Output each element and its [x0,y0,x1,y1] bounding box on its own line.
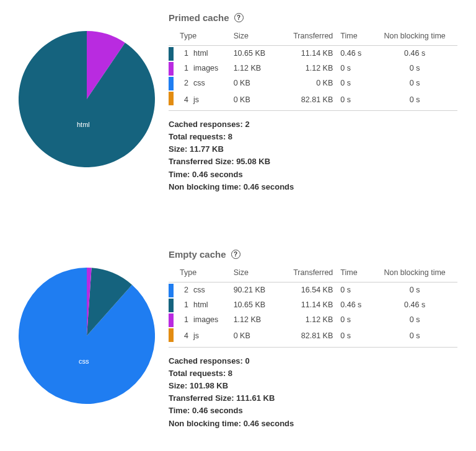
empty-table: Type Size Transferred Time Non blocking … [169,265,457,348]
cell-size: 0 KB [230,90,278,111]
cell-size: 10.65 KB [230,297,278,312]
empty-pie-chart: css [19,268,155,404]
col-size: Size [230,28,278,46]
table-row: 1images1.12 KB1.12 KB0 s0 s [169,312,457,327]
empty-tbody: 2css90.21 KB16.54 KB0 s0 s1html10.65 KB1… [169,282,457,347]
cell-size: 90.21 KB [230,282,278,297]
legend-swatch [169,284,174,297]
col-size: Size [230,265,278,282]
cell-type: html [190,46,230,61]
cell-nonblocking: 0 s [372,90,457,111]
cell-count: 1 [176,61,190,76]
cell-size: 0 KB [230,327,278,348]
cell-time: 0 s [337,327,372,348]
cell-count: 2 [176,282,190,297]
cell-transferred: 1.12 KB [278,312,337,327]
legend-swatch [169,47,174,61]
table-row: 4js0 KB82.81 KB0 s0 s [169,90,457,111]
cell-size: 1.12 KB [230,61,278,76]
cell-size: 1.12 KB [230,312,278,327]
primed-section: html Primed cache ? Type Size Transferre… [19,12,457,193]
empty-pie-svg [19,268,155,404]
col-nonblocking: Non blocking time [372,265,457,282]
help-icon[interactable]: ? [231,250,240,259]
cell-transferred: 11.14 KB [278,46,337,61]
cell-type: css [190,76,230,90]
cell-nonblocking: 0.46 s [372,297,457,312]
cell-transferred: 16.54 KB [278,282,337,297]
col-time: Time [337,265,372,282]
cell-nonblocking: 0 s [372,282,457,297]
legend-swatch [169,62,174,76]
primed-slice-html [19,31,155,167]
cell-time: 0 s [337,76,372,90]
col-transferred: Transferred [278,265,337,282]
table-row: 1images1.12 KB1.12 KB0 s0 s [169,61,457,76]
cell-nonblocking: 0 s [372,76,457,90]
table-row: 1html10.65 KB11.14 KB0.46 s0.46 s [169,46,457,61]
empty-title: Empty cache [169,249,226,260]
empty-summary: Cached responses: 0 Total requests: 8 Si… [169,355,457,430]
cell-type: images [190,312,230,327]
cell-transferred: 0 KB [278,76,337,90]
cell-transferred: 1.12 KB [278,61,337,76]
legend-swatch [169,77,174,90]
primed-summary: Cached responses: 2 Total requests: 8 Si… [169,118,457,193]
cell-count: 4 [176,327,190,348]
cell-type: images [190,61,230,76]
primed-right-panel: Primed cache ? Type Size Transferred Tim… [169,12,457,193]
col-time: Time [337,28,372,46]
table-row: 4js0 KB82.81 KB0 s0 s [169,327,457,348]
cell-type: js [190,90,230,111]
cell-count: 1 [176,312,190,327]
legend-swatch [169,92,174,105]
table-row: 2css90.21 KB16.54 KB0 s0 s [169,282,457,297]
cell-time: 0 s [337,312,372,327]
cell-time: 0 s [337,90,372,111]
cell-count: 1 [176,46,190,61]
cell-count: 2 [176,76,190,90]
cell-time: 0.46 s [337,297,372,312]
cell-nonblocking: 0 s [372,312,457,327]
table-row: 1html10.65 KB11.14 KB0.46 s0.46 s [169,297,457,312]
legend-swatch [169,328,174,342]
empty-section: css Empty cache ? Type Size Transferred … [19,249,457,430]
cell-type: html [190,297,230,312]
primed-title: Primed cache [169,12,229,23]
cell-type: js [190,327,230,348]
cell-nonblocking: 0 s [372,327,457,348]
cell-transferred: 82.81 KB [278,327,337,348]
cell-nonblocking: 0 s [372,61,457,76]
legend-swatch [169,299,174,312]
table-row: 2css0 KB0 KB0 s0 s [169,76,457,90]
primed-pie-svg [19,31,155,167]
empty-right-panel: Empty cache ? Type Size Transferred Time… [169,249,457,430]
primed-table: Type Size Transferred Time Non blocking … [169,28,457,111]
primed-tbody: 1html10.65 KB11.14 KB0.46 s0.46 s1images… [169,46,457,111]
cell-size: 0 KB [230,76,278,90]
primed-pie-chart: html [19,31,155,167]
cell-size: 10.65 KB [230,46,278,61]
col-type: Type [176,28,230,46]
cell-type: css [190,282,230,297]
cell-count: 1 [176,297,190,312]
cell-count: 4 [176,90,190,111]
cell-time: 0 s [337,282,372,297]
cell-transferred: 82.81 KB [278,90,337,111]
legend-swatch [169,313,174,327]
col-type: Type [176,265,230,282]
cell-time: 0.46 s [337,46,372,61]
col-nonblocking: Non blocking time [372,28,457,46]
col-transferred: Transferred [278,28,337,46]
help-icon[interactable]: ? [234,13,244,22]
cell-nonblocking: 0.46 s [372,46,457,61]
cell-time: 0 s [337,61,372,76]
cell-transferred: 11.14 KB [278,297,337,312]
